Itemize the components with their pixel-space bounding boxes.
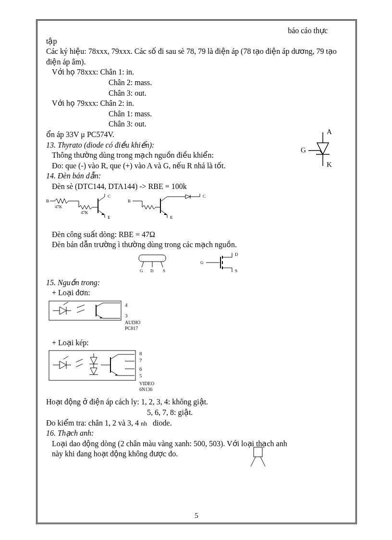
circ1-B2: B [128,199,131,203]
sec15-title: 15. Nguồn trong: [46,277,347,288]
crystal-icon [246,445,270,469]
opto1-name1: AUDIO [125,320,140,325]
fet-D: D [150,268,154,273]
fam79-3: Chân 3: out. [46,119,347,129]
svg-rect-29 [139,255,166,262]
svg-marker-1 [317,143,329,154]
fet-S: S [163,268,165,273]
circ1-E2: E [170,215,173,220]
page-frame: báo cáo thực tập Các ký hiệu: 78xxx, 79x… [36,19,357,524]
opto1-name2: PC817 [125,326,138,331]
fet-D2: D [235,252,238,257]
fam79-1: Chân 1: mass. [46,109,347,119]
svg-marker-13 [101,213,105,215]
svg-marker-22 [164,213,167,215]
circ1-E1: E [108,215,110,220]
sec14-l3: Đèn bán dẫn trường ì thường dùng trong c… [46,239,347,250]
opto-double: 8 7 6 5 VIDEO 6N136 [46,350,347,395]
fam78-2: Chân 2: mass. [46,77,347,88]
fam78-3: Chân 3: out. [46,88,347,99]
opto2-p5: 5 [139,373,142,378]
sec14-l2: Đèn công suất dòng: RBE = 47Ω [46,229,347,240]
opto-single: 4 3 AUDIO PC817 [46,300,347,336]
svg-line-11 [98,197,105,201]
sec15-single: + Loại đơn: [46,288,347,298]
circ1-C2: C [203,194,206,199]
thyristor-K: K [327,161,332,168]
fet-S2: S [235,268,237,273]
sec15-l3a: Đo kiểm tra: chân 1, 2 và 3, 4 [46,419,139,427]
fet-diagrams: G D S G D S [46,252,347,276]
opto2-p7: 7 [139,357,142,363]
page-number: 5 [195,512,198,520]
thyristor-symbol-icon: A G K [299,128,342,172]
sec15-l1: Hoạt động ở điện áp cách ly: 1, 2, 3, 4:… [46,397,347,407]
opto2-name1: VIDEO [139,381,154,386]
fet-G: G [140,268,143,273]
thyristor-A: A [327,128,332,136]
svg-line-30 [142,262,144,267]
opto2-name2: 6N136 [139,387,152,392]
circ1-R1: 47K [55,204,62,209]
opto1-p4: 4 [125,302,128,308]
sec16-l1: Loại dao động dòng (2 chân màu vàng xanh… [46,439,347,459]
sec14-l1: Đèn sè (DTC144, DTA144) -> RBE = 100k [46,181,347,192]
sec15-double: + Loại kép: [46,338,347,348]
sec15-l3b: nh [141,420,147,427]
svg-marker-24 [185,195,190,199]
svg-line-81 [260,457,265,466]
fam79-header: Với họ 79xxx: Chân 2: in. [46,98,347,109]
sec15-l3: Đo kiểm tra: chân 1, 2 và 3, 4 nh diode. [46,418,347,428]
opto1-p3: 3 [125,313,128,318]
opto2-p6: 6 [139,366,142,372]
sec15-l2: 5, 6, 7, 8: giật. [46,407,347,418]
header-title: báo cáo thực [46,25,347,36]
circ1-B1: B [46,199,49,203]
sec15-l3c: diode. [153,419,172,427]
transistor-circuits: B 47K 47K C E B [46,194,347,225]
svg-line-80 [251,457,256,466]
p1: Các ký hiệu: 78xxx, 79xxx. Các số đi sau… [46,46,347,67]
sec14-title: 14. Đèn bán dẫn: [46,171,347,181]
svg-rect-79 [254,447,262,457]
sec16-title: 16. Thạch anh: [46,428,347,439]
circ1-R2: 47K [81,210,88,215]
opto2-p8: 8 [139,351,142,356]
line-tap: tập [46,36,347,47]
svg-line-32 [161,262,163,267]
svg-line-20 [160,197,167,201]
circ1-C1: C [108,194,110,199]
fam78-header: Với họ 78xxx: Chân 1: in. [46,67,347,77]
thyristor-G: G [301,146,306,154]
fet-G2: G [200,260,204,265]
